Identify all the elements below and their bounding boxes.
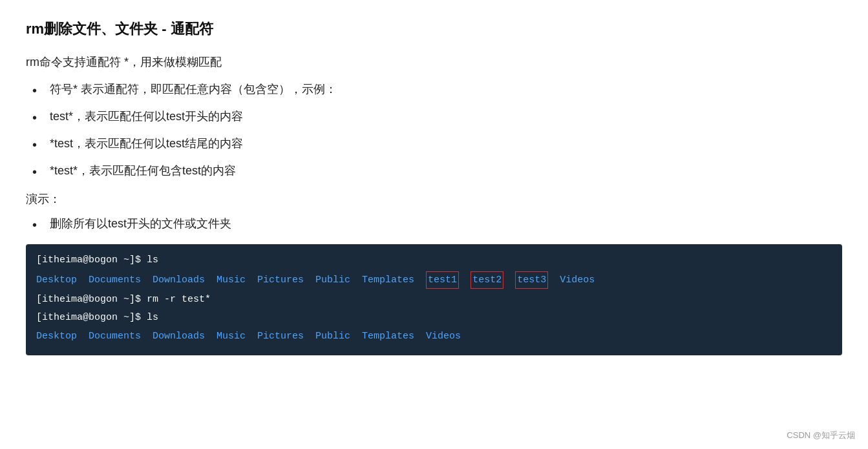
dir-item-test3: test3: [515, 271, 548, 289]
dir-item-documents: Documents: [89, 272, 141, 289]
delete-bullet-text: 删除所有以test开头的文件或文件夹: [50, 216, 231, 231]
dir-item-pictures-2: Pictures: [257, 328, 304, 345]
dir-item-downloads-2: Downloads: [153, 328, 205, 345]
demo-label: 演示：: [26, 191, 842, 207]
terminal-prompt-3: [itheima@bogon ~]$: [36, 294, 147, 305]
terminal-cmd-1: ls: [147, 255, 158, 266]
dir-item-public: Public: [315, 272, 350, 289]
terminal-prompt-4: [itheima@bogon ~]$: [36, 312, 147, 323]
dir-item-public-2: Public: [315, 328, 350, 345]
terminal-line-5: Desktop Documents Downloads Music Pictur…: [36, 327, 832, 346]
bullet-list: • 符号* 表示通配符，即匹配任意内容（包含空），示例： • test*，表示匹…: [26, 81, 842, 181]
terminal-dir-items-2: Desktop Documents Downloads Music Pictur…: [36, 327, 832, 346]
dir-item-documents-2: Documents: [89, 328, 141, 345]
bullet-item-1: • 符号* 表示通配符，即匹配任意内容（包含空），示例：: [26, 81, 842, 99]
terminal-cmd-4: ls: [147, 312, 158, 323]
dir-item-templates: Templates: [362, 272, 414, 289]
terminal-line-2: Desktop Documents Downloads Music Pictur…: [36, 270, 832, 291]
dir-item-test2: test2: [471, 271, 503, 289]
terminal-prompt-1: [itheima@bogon ~]$: [36, 255, 147, 266]
bullet-dot-1: •: [32, 81, 37, 99]
dir-item-templates-2: Templates: [362, 328, 414, 345]
dir-item-music: Music: [217, 272, 246, 289]
dir-item-pictures: Pictures: [257, 272, 304, 289]
dir-item-music-2: Music: [217, 328, 246, 345]
bullet-text-1: 符号* 表示通配符，即匹配任意内容（包含空），示例：: [50, 81, 337, 97]
terminal-line-1: [itheima@bogon ~]$ ls: [36, 252, 832, 269]
watermark: CSDN @知乎云烟: [787, 430, 855, 441]
terminal-line-3: [itheima@bogon ~]$ rm -r test*: [36, 291, 832, 308]
terminal-line-4: [itheima@bogon ~]$ ls: [36, 309, 832, 326]
bullet-item-2: • test*，表示匹配任何以test开头的内容: [26, 109, 842, 127]
dir-item-videos-1: Videos: [560, 272, 595, 289]
bullet-dot-4: •: [32, 163, 37, 181]
dir-item-videos-2: Videos: [426, 328, 461, 345]
dir-item-test1: test1: [426, 271, 459, 289]
page-title: rm删除文件、文件夹 - 通配符: [26, 19, 842, 39]
delete-bullet-dot: •: [32, 216, 37, 234]
terminal-block: [itheima@bogon ~]$ ls Desktop Documents …: [26, 244, 842, 355]
bullet-dot-3: •: [32, 136, 37, 154]
bullet-dot-2: •: [32, 109, 37, 127]
bullet-text-2: test*，表示匹配任何以test开头的内容: [50, 109, 243, 124]
bullet-item-3: • *test，表示匹配任何以test结尾的内容: [26, 136, 842, 154]
delete-bullet: • 删除所有以test开头的文件或文件夹: [26, 216, 842, 234]
dir-item-desktop-2: Desktop: [36, 328, 77, 345]
bullet-item-4: • *test*，表示匹配任何包含test的内容: [26, 163, 842, 181]
bullet-text-3: *test，表示匹配任何以test结尾的内容: [50, 136, 243, 151]
dir-item-desktop: Desktop: [36, 272, 77, 289]
terminal-cmd-3: rm -r test*: [147, 294, 211, 305]
terminal-dir-items-1: Desktop Documents Downloads Music Pictur…: [36, 270, 832, 291]
intro-text: rm命令支持通配符 *，用来做模糊匹配: [26, 54, 842, 70]
bullet-text-4: *test*，表示匹配任何包含test的内容: [50, 163, 236, 178]
dir-item-downloads: Downloads: [153, 272, 205, 289]
